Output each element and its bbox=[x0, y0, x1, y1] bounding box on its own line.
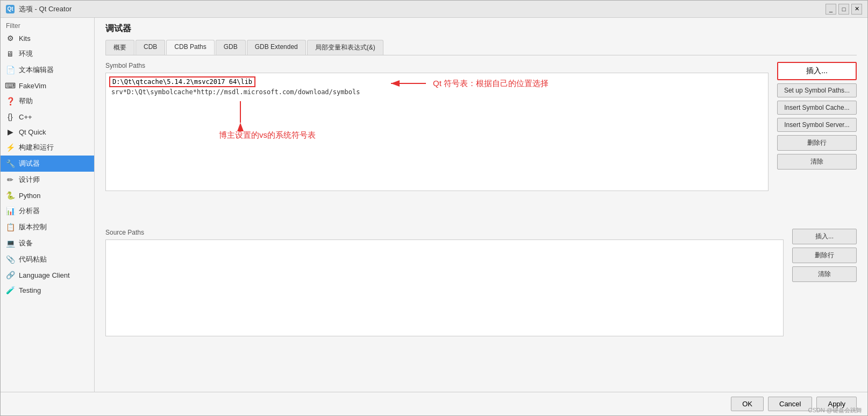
symbol-paths-section: Symbol Paths D:\Qt\qtcache\5.14.2\msvc20… bbox=[105, 62, 769, 220]
sidebar-icon-debugger: 🔧 bbox=[6, 159, 15, 168]
app-icon: Qt bbox=[6, 5, 15, 13]
sidebar-item-cpp[interactable]: {}C++ bbox=[1, 109, 94, 124]
main-window: Qt 选项 - Qt Creator _ □ ✕ Filter ⚙Kits🖥环境… bbox=[0, 0, 868, 416]
path-item-2[interactable]: srv*D:\Qt\symbolcache*http://msdl.micros… bbox=[109, 87, 765, 97]
sidebar: Filter ⚙Kits🖥环境📄文本编辑器⌨FakeVim❓帮助{}C++▶Qt… bbox=[1, 18, 95, 392]
symbol-paths-label: Symbol Paths bbox=[105, 62, 769, 69]
tab-gdb-extended[interactable]: GDB Extended bbox=[247, 40, 306, 55]
maximize-button[interactable]: □ bbox=[838, 4, 849, 15]
setup-symbol-paths-button[interactable]: Set up Symbol Paths... bbox=[777, 83, 857, 97]
cancel-button[interactable]: Cancel bbox=[768, 397, 812, 411]
symbol-area-wrapper: D:\Qt\qtcache\5.14.2\msvc2017 64\lib srv… bbox=[105, 73, 769, 191]
sidebar-item-fakevim[interactable]: ⌨FakeVim bbox=[1, 78, 94, 93]
title-bar: Qt 选项 - Qt Creator _ □ ✕ bbox=[1, 1, 867, 18]
sidebar-label-environment: 环境 bbox=[19, 49, 33, 59]
insert-symbol-server-button[interactable]: Insert Symbol Server... bbox=[777, 118, 857, 132]
sidebar-item-designer[interactable]: ✏设计师 bbox=[1, 172, 94, 188]
minimize-button[interactable]: _ bbox=[826, 4, 836, 15]
sidebar-label-testing: Testing bbox=[19, 286, 41, 294]
sidebar-item-device[interactable]: 💻设备 bbox=[1, 235, 94, 251]
insert-symbol-button[interactable]: 插入... bbox=[777, 62, 857, 80]
insert-source-button[interactable]: 插入... bbox=[792, 229, 857, 244]
source-paths-label: Source Paths bbox=[105, 229, 784, 236]
sidebar-icon-designer: ✏ bbox=[6, 175, 15, 184]
sidebar-icon-cpp: {} bbox=[6, 112, 15, 121]
sidebar-item-language-client[interactable]: 🔗Language Client bbox=[1, 267, 94, 283]
path-item-1[interactable]: D:\Qt\qtcache\5.14.2\msvc2017 64\lib bbox=[109, 76, 255, 87]
page-title: 调试器 bbox=[105, 23, 857, 34]
sidebar-item-environment[interactable]: 🖥环境 bbox=[1, 46, 94, 62]
sidebar-item-help[interactable]: ❓帮助 bbox=[1, 93, 94, 109]
symbol-paths-area[interactable]: D:\Qt\qtcache\5.14.2\msvc2017 64\lib srv… bbox=[105, 73, 769, 191]
symbol-buttons-col: 插入... Set up Symbol Paths... Insert Symb… bbox=[777, 62, 857, 220]
filter-label: Filter bbox=[1, 20, 94, 31]
sidebar-icon-fakevim: ⌨ bbox=[6, 81, 15, 90]
sidebar-icon-testing: 🧪 bbox=[6, 286, 15, 294]
sidebar-icon-build-run: ⚡ bbox=[6, 143, 15, 152]
sidebar-item-clipboard[interactable]: 📎代码粘贴 bbox=[1, 251, 94, 267]
sidebar-label-qt-quick: Qt Quick bbox=[19, 128, 46, 136]
sidebar-icon-language-client: 🔗 bbox=[6, 271, 15, 279]
sidebar-label-clipboard: 代码粘贴 bbox=[19, 255, 47, 264]
sidebar-label-fakevim: FakeVim bbox=[19, 82, 46, 90]
main-content: 调试器 概要CDBCDB PathsGDBGDB Extended局部变量和表达… bbox=[95, 18, 867, 392]
tabs-bar: 概要CDBCDB PathsGDBGDB Extended局部变量和表达式(&) bbox=[105, 40, 857, 55]
sidebar-label-version-control: 版本控制 bbox=[19, 222, 47, 232]
clear-source-button[interactable]: 清除 bbox=[792, 266, 857, 282]
sidebar-item-qt-quick[interactable]: ▶Qt Quick bbox=[1, 124, 94, 139]
sidebar-list: ⚙Kits🖥环境📄文本编辑器⌨FakeVim❓帮助{}C++▶Qt Quick⚡… bbox=[1, 31, 94, 298]
window-body: Filter ⚙Kits🖥环境📄文本编辑器⌨FakeVim❓帮助{}C++▶Qt… bbox=[1, 18, 867, 392]
close-button[interactable]: ✕ bbox=[851, 4, 862, 15]
sidebar-item-version-control[interactable]: 📋版本控制 bbox=[1, 219, 94, 235]
sidebar-icon-help: ❓ bbox=[6, 97, 15, 105]
sidebar-icon-version-control: 📋 bbox=[6, 223, 15, 231]
source-paths-area[interactable] bbox=[105, 239, 784, 336]
vs-symbol-text: 博主设置的vs的系统符号表 bbox=[219, 130, 316, 140]
watermark: CSDN @键盘会跳舞 bbox=[808, 406, 862, 414]
sidebar-label-text-editor: 文本编辑器 bbox=[19, 65, 54, 75]
sidebar-item-testing[interactable]: 🧪Testing bbox=[1, 283, 94, 298]
sidebar-label-debugger: 调试器 bbox=[19, 159, 40, 168]
source-buttons-col: 插入... 删除行 清除 bbox=[792, 229, 857, 387]
sidebar-label-help: 帮助 bbox=[19, 96, 33, 106]
sidebar-label-device: 设备 bbox=[19, 238, 33, 248]
footer: OK Cancel Apply bbox=[1, 392, 867, 415]
tab-locals[interactable]: 局部变量和表达式(&) bbox=[307, 40, 383, 55]
tab-cdb-paths[interactable]: CDB Paths bbox=[166, 40, 214, 55]
content-row-symbol: Symbol Paths D:\Qt\qtcache\5.14.2\msvc20… bbox=[105, 62, 857, 220]
sidebar-item-kits[interactable]: ⚙Kits bbox=[1, 31, 94, 46]
sidebar-label-analyzer: 分析器 bbox=[19, 206, 40, 216]
sidebar-label-python: Python bbox=[19, 192, 40, 200]
tab-gdb[interactable]: GDB bbox=[216, 40, 246, 55]
sidebar-item-python[interactable]: 🐍Python bbox=[1, 188, 94, 203]
ok-button[interactable]: OK bbox=[731, 397, 764, 411]
sidebar-icon-device: 💻 bbox=[6, 239, 15, 248]
sidebar-icon-qt-quick: ▶ bbox=[6, 128, 15, 136]
window-controls: _ □ ✕ bbox=[826, 4, 862, 15]
sidebar-item-analyzer[interactable]: 📊分析器 bbox=[1, 203, 94, 219]
delete-source-row-button[interactable]: 删除行 bbox=[792, 248, 857, 263]
tab-cdb[interactable]: CDB bbox=[136, 40, 165, 55]
source-paths-section: Source Paths bbox=[105, 229, 784, 387]
sidebar-icon-clipboard: 📎 bbox=[6, 255, 15, 264]
sidebar-icon-python: 🐍 bbox=[6, 191, 15, 200]
sidebar-label-language-client: Language Client bbox=[19, 271, 70, 279]
insert-symbol-cache-button[interactable]: Insert Symbol Cache... bbox=[777, 101, 857, 115]
sidebar-icon-text-editor: 📄 bbox=[6, 66, 15, 74]
sidebar-label-kits: Kits bbox=[19, 34, 31, 43]
tab-overview[interactable]: 概要 bbox=[105, 40, 134, 55]
title-bar-left: Qt 选项 - Qt Creator bbox=[6, 4, 72, 14]
delete-symbol-row-button[interactable]: 删除行 bbox=[777, 135, 857, 151]
sidebar-item-build-run[interactable]: ⚡构建和运行 bbox=[1, 139, 94, 156]
sidebar-label-designer: 设计师 bbox=[19, 175, 40, 185]
sidebar-icon-environment: 🖥 bbox=[6, 50, 15, 58]
sidebar-icon-analyzer: 📊 bbox=[6, 207, 15, 215]
sidebar-item-text-editor[interactable]: 📄文本编辑器 bbox=[1, 62, 94, 78]
clear-symbol-button[interactable]: 清除 bbox=[777, 154, 857, 170]
sidebar-icon-kits: ⚙ bbox=[6, 34, 15, 43]
sidebar-label-cpp: C++ bbox=[19, 113, 32, 121]
sidebar-item-debugger[interactable]: 🔧调试器 bbox=[1, 156, 94, 172]
content-row-source: Source Paths 插入... 删除行 清除 bbox=[105, 229, 857, 387]
window-title: 选项 - Qt Creator bbox=[19, 4, 72, 14]
vs-symbol-annotation: 博主设置的vs的系统符号表 bbox=[214, 101, 316, 140]
